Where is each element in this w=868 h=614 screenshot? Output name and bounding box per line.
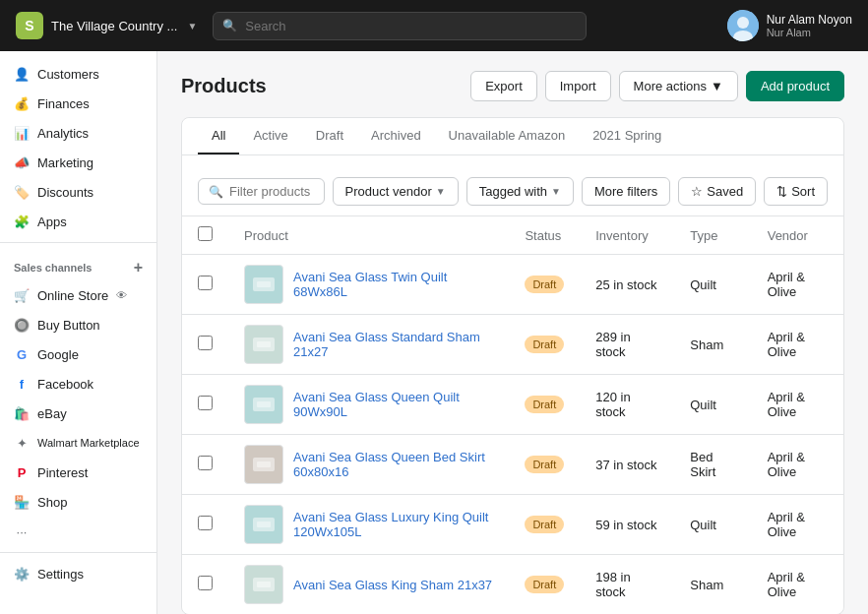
sidebar-item-buy-button[interactable]: 🔘 Buy Button bbox=[0, 310, 156, 339]
products-table: Product Status Inventory Type Vendor bbox=[182, 216, 843, 614]
import-button[interactable]: Import bbox=[545, 71, 611, 101]
sales-channels-label: Sales channels + bbox=[0, 249, 156, 280]
product-vendor-filter[interactable]: Product vendor ▼ bbox=[333, 177, 459, 206]
sidebar-item-online-store[interactable]: 🛒 Online Store 👁 bbox=[0, 280, 156, 310]
status-badge: Draft bbox=[525, 336, 564, 353]
svg-rect-17 bbox=[257, 522, 271, 527]
product-thumbnail bbox=[244, 565, 283, 604]
sidebar-item-pinterest[interactable]: P Pinterest bbox=[0, 458, 156, 487]
row-checkbox[interactable] bbox=[198, 336, 213, 350]
sidebar-item-more[interactable]: ··· bbox=[0, 517, 156, 546]
more-filters-button[interactable]: More filters bbox=[582, 177, 670, 206]
product-name[interactable]: Avani Sea Glass Queen Bed Skirt 60x80x16 bbox=[293, 450, 493, 479]
search-bar: 🔍 bbox=[213, 12, 587, 40]
sidebar-item-discounts[interactable]: 🏷️ Discounts bbox=[0, 177, 156, 207]
sort-icon: ⇅ bbox=[776, 184, 787, 199]
sidebar-item-google[interactable]: G Google bbox=[0, 339, 156, 369]
apps-icon: 🧩 bbox=[14, 214, 30, 229]
sidebar-label: Discounts bbox=[37, 185, 93, 200]
sidebar-divider-2 bbox=[0, 552, 156, 553]
facebook-icon: f bbox=[14, 376, 30, 392]
status-badge: Draft bbox=[525, 516, 564, 533]
sidebar-item-shop[interactable]: 🏪 Shop bbox=[0, 487, 156, 517]
tab-unavailable-amazon[interactable]: Unavailable Amazon bbox=[435, 118, 580, 154]
sidebar-item-apps[interactable]: 🧩 Apps bbox=[0, 207, 156, 236]
tab-archived[interactable]: Archived bbox=[357, 118, 435, 154]
product-status: Draft bbox=[509, 315, 580, 375]
store-chevron-icon: ▼ bbox=[187, 21, 197, 31]
product-status: Draft bbox=[509, 255, 580, 315]
more-icon: ··· bbox=[14, 523, 30, 539]
table-row: Avani Sea Glass Standard Sham 21x27 Draf… bbox=[182, 315, 843, 375]
row-checkbox[interactable] bbox=[198, 576, 213, 590]
sort-button[interactable]: ⇅ Sort bbox=[764, 177, 828, 206]
product-vendor: April & Olive bbox=[752, 435, 843, 495]
sidebar-label: Online Store bbox=[37, 288, 108, 303]
table-row: Avani Sea Glass Queen Quilt 90Wx90L Draf… bbox=[182, 375, 843, 435]
ebay-icon: 🛍️ bbox=[14, 405, 30, 421]
table-row: Avani Sea Glass Queen Bed Skirt 60x80x16… bbox=[182, 435, 843, 495]
pinterest-icon: P bbox=[14, 464, 30, 480]
row-checkbox-cell bbox=[182, 255, 228, 315]
sidebar: 👤 Customers 💰 Finances 📊 Analytics 📣 Mar… bbox=[0, 51, 157, 614]
tab-all[interactable]: All bbox=[198, 118, 239, 154]
add-channel-button[interactable]: + bbox=[134, 259, 143, 276]
tagged-with-filter[interactable]: Tagged with ▼ bbox=[466, 177, 574, 206]
add-product-button[interactable]: Add product bbox=[746, 71, 844, 101]
page-header: Products Export Import More actions ▼ Ad… bbox=[181, 71, 844, 101]
tab-active[interactable]: Active bbox=[239, 118, 301, 154]
filter-search[interactable]: 🔍 bbox=[198, 178, 325, 205]
sidebar-item-analytics[interactable]: 📊 Analytics bbox=[0, 118, 156, 148]
row-checkbox[interactable] bbox=[198, 396, 213, 410]
row-checkbox[interactable] bbox=[198, 456, 213, 470]
sidebar-item-facebook[interactable]: f Facebook bbox=[0, 369, 156, 399]
sidebar-label: Google bbox=[37, 347, 79, 362]
product-name[interactable]: Avani Sea Glass King Sham 21x37 bbox=[293, 578, 492, 592]
row-checkbox[interactable] bbox=[198, 516, 213, 530]
sidebar-item-ebay[interactable]: 🛍️ eBay bbox=[0, 399, 156, 428]
sidebar-item-customers[interactable]: 👤 Customers bbox=[0, 59, 156, 89]
tab-draft[interactable]: Draft bbox=[302, 118, 357, 154]
filters-row: 🔍 Product vendor ▼ Tagged with ▼ More fi… bbox=[182, 167, 843, 216]
sidebar-item-marketing[interactable]: 📣 Marketing bbox=[0, 148, 156, 177]
filter-search-icon: 🔍 bbox=[209, 185, 223, 199]
more-actions-button[interactable]: More actions ▼ bbox=[619, 71, 738, 101]
svg-rect-5 bbox=[257, 281, 271, 287]
shop-icon: 🏪 bbox=[14, 494, 30, 510]
product-vendor: April & Olive bbox=[752, 375, 843, 435]
tabs-row: All Active Draft Archived Unavailable Am… bbox=[182, 118, 843, 155]
user-info: Nur Alam Noyon Nur Alam bbox=[767, 13, 852, 38]
product-type: Sham bbox=[674, 315, 751, 375]
tagged-chevron-icon: ▼ bbox=[551, 186, 561, 197]
row-checkbox[interactable] bbox=[198, 276, 213, 290]
select-all-checkbox[interactable] bbox=[198, 226, 213, 241]
search-input[interactable] bbox=[213, 12, 587, 40]
product-cell: Avani Sea Glass Queen Quilt 90Wx90L bbox=[228, 375, 509, 435]
product-name[interactable]: Avani Sea Glass Queen Quilt 90Wx90L bbox=[293, 390, 493, 419]
product-cell: Avani Sea Glass Standard Sham 21x27 bbox=[228, 315, 509, 375]
row-checkbox-cell bbox=[182, 375, 228, 435]
row-checkbox-cell bbox=[182, 315, 228, 375]
sidebar-item-finances[interactable]: 💰 Finances bbox=[0, 89, 156, 118]
sidebar-item-walmart[interactable]: ✦ Walmart Marketplace bbox=[0, 428, 156, 458]
svg-rect-14 bbox=[257, 461, 271, 467]
product-status: Draft bbox=[509, 495, 580, 555]
filter-products-input[interactable] bbox=[229, 184, 314, 199]
online-store-icon: 🛒 bbox=[14, 287, 30, 303]
search-icon: 🔍 bbox=[222, 19, 237, 32]
saved-button[interactable]: ☆ Saved bbox=[678, 177, 756, 206]
export-button[interactable]: Export bbox=[470, 71, 537, 101]
product-inventory: 59 in stock bbox=[580, 495, 674, 555]
analytics-icon: 📊 bbox=[14, 125, 30, 141]
user-name: Nur Alam Noyon bbox=[767, 13, 852, 27]
product-name[interactable]: Avani Sea Glass Twin Quilt 68Wx86L bbox=[293, 270, 493, 299]
shopify-icon: S bbox=[16, 12, 43, 39]
store-logo[interactable]: S The Village Country ... ▼ bbox=[16, 12, 197, 39]
product-name[interactable]: Avani Sea Glass Standard Sham 21x27 bbox=[293, 330, 493, 359]
product-name[interactable]: Avani Sea Glass Luxury King Quilt 120Wx1… bbox=[293, 510, 493, 539]
sidebar-item-settings[interactable]: ⚙️ Settings bbox=[0, 559, 156, 588]
svg-rect-20 bbox=[257, 582, 271, 587]
product-cell: Avani Sea Glass Queen Bed Skirt 60x80x16 bbox=[228, 435, 509, 495]
svg-rect-8 bbox=[257, 341, 271, 347]
tab-2021-spring[interactable]: 2021 Spring bbox=[579, 118, 675, 154]
